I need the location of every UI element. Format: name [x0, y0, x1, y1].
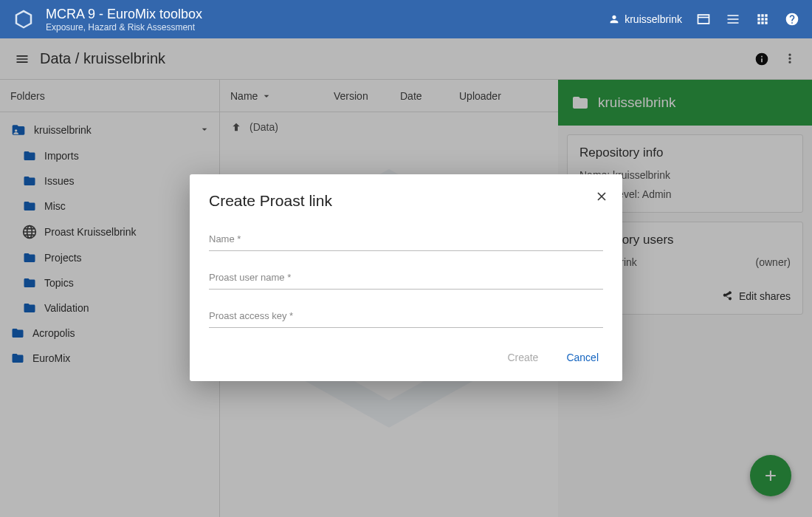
cancel-button[interactable]: Cancel: [562, 346, 603, 369]
create-button[interactable]: Create: [503, 346, 543, 369]
create-proast-dialog: Create Proast link Name * Proast user na…: [190, 174, 622, 381]
app-title: MCRA 9 - EuroMix toolbox: [46, 7, 598, 22]
dialog-title: Create Proast link: [209, 192, 603, 210]
username-label: kruisselbrink: [625, 13, 682, 25]
proast-user-input[interactable]: [209, 269, 603, 290]
field-proast-user: Proast user name *: [209, 269, 603, 290]
card-icon: [696, 12, 711, 27]
app-logo: [12, 7, 35, 31]
list-view-button[interactable]: [725, 11, 741, 27]
access-key-input[interactable]: [209, 307, 603, 328]
apps-icon: [755, 12, 770, 27]
field-access-key: Proast access key *: [209, 307, 603, 328]
modal-scrim[interactable]: Create Proast link Name * Proast user na…: [0, 38, 812, 517]
close-icon: [594, 189, 609, 204]
help-button[interactable]: [784, 11, 800, 27]
person-icon: [608, 13, 620, 25]
card-view-button[interactable]: [695, 11, 712, 27]
apps-button[interactable]: [754, 11, 771, 27]
field-name: Name *: [209, 230, 603, 251]
current-user[interactable]: kruisselbrink: [608, 13, 682, 25]
app-subtitle: Exposure, Hazard & Risk Assessment: [46, 22, 598, 32]
dialog-close-button[interactable]: [594, 189, 609, 207]
help-icon: [785, 12, 799, 27]
list-icon: [726, 12, 740, 27]
app-titles: MCRA 9 - EuroMix toolbox Exposure, Hazar…: [46, 7, 598, 32]
name-input[interactable]: [209, 230, 603, 251]
app-bar: MCRA 9 - EuroMix toolbox Exposure, Hazar…: [0, 0, 812, 38]
